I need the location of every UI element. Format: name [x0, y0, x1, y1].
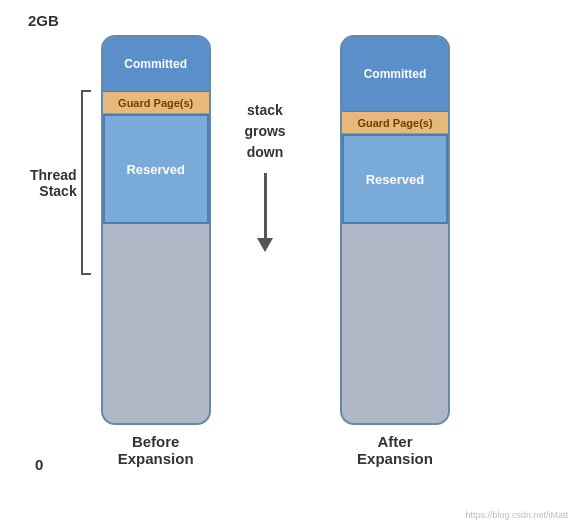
bracket — [81, 90, 91, 275]
after-memory-column: Committed Guard Page(s) Reserved — [340, 35, 450, 425]
thread-text: Thread — [30, 167, 77, 183]
before-column-wrap: Committed Guard Page(s) Reserved Bef — [101, 35, 211, 467]
before-reserved: Reserved — [103, 114, 209, 224]
down-arrow — [257, 173, 273, 252]
top-label: 2GB — [28, 12, 59, 29]
after-column-area: Committed Guard Page(s) Reserved After E… — [340, 35, 450, 467]
before-title: Before Expansion — [118, 433, 194, 467]
thread-stack-section: Thread Stack — [30, 90, 95, 275]
before-guard: Guard Page(s) — [103, 92, 209, 114]
after-reserved: Reserved — [342, 134, 448, 224]
stack-grows-label: stack grows down — [244, 100, 285, 163]
after-committed: Committed — [342, 37, 448, 112]
stack-text: Stack — [39, 183, 76, 199]
thread-stack-label: Thread Stack — [30, 90, 77, 275]
after-guard: Guard Page(s) — [342, 112, 448, 134]
watermark: https://blog.csdn.net/iMatt — [465, 510, 568, 520]
before-committed: Committed — [103, 37, 209, 92]
middle-section: stack grows down — [220, 100, 310, 252]
after-title: After Expansion — [357, 433, 433, 467]
before-column-area: Thread Stack Committed — [30, 35, 211, 467]
before-memory-column: Committed Guard Page(s) Reserved — [101, 35, 211, 425]
